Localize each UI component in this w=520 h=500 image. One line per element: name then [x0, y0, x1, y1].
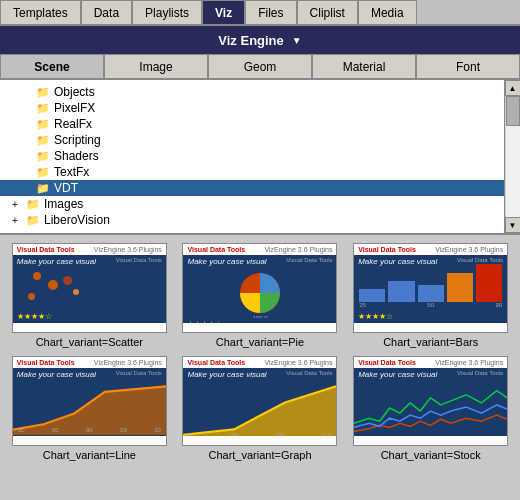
- thumb-subtitle: Visual Data Tools: [116, 257, 162, 266]
- tab-font[interactable]: Font: [416, 54, 520, 78]
- engine-name: VizEngine 3.6 Plugins: [94, 359, 162, 366]
- tab-image[interactable]: Image: [104, 54, 208, 78]
- tool-name: Visual Data Tools: [358, 359, 416, 366]
- tab-media[interactable]: Media: [358, 0, 417, 24]
- thumb-body-line: Make your case visual Visual Data Tools …: [13, 368, 166, 436]
- thumb-body-bars: Make your case visual Visual Data Tools: [354, 255, 507, 323]
- tab-scene[interactable]: Scene: [0, 54, 104, 78]
- stars: ★★★★☆: [13, 310, 166, 323]
- thumb-subtitle: Visual Data Tools: [286, 257, 332, 266]
- folder-icon: 📁: [36, 150, 50, 163]
- tab-cliplist[interactable]: Cliplist: [297, 0, 358, 24]
- stars: ★★★★☆: [13, 435, 166, 436]
- thumb-header-bars: Visual Data Tools VizEngine 3.6 Plugins: [354, 244, 507, 255]
- stars: ★★★★☆: [354, 310, 507, 323]
- thumb-title-row: Make your case visual Visual Data Tools: [13, 368, 166, 381]
- stars: ★★★★☆: [183, 318, 336, 323]
- tree-area[interactable]: 📁 Objects 📁 PixelFX 📁 RealFx 📁 Scripting: [0, 80, 504, 233]
- tree-item-images[interactable]: + 📁 Images: [0, 196, 504, 212]
- thumb-label-line: Chart_variant=Line: [43, 449, 136, 461]
- folder-icon: 📁: [36, 182, 50, 195]
- folder-icon: 📁: [36, 86, 50, 99]
- tab-material[interactable]: Material: [312, 54, 416, 78]
- tree-item-shaders[interactable]: 📁 Shaders: [0, 148, 504, 164]
- thumb-header-line: Visual Data Tools VizEngine 3.6 Plugins: [13, 357, 166, 368]
- thumb-stock[interactable]: Visual Data Tools VizEngine 3.6 Plugins …: [349, 356, 512, 461]
- thumb-title: Make your case visual: [187, 370, 266, 379]
- tree-item-vdt[interactable]: 📁 VDT: [0, 180, 504, 196]
- top-nav: Templates Data Playlists Viz Files Clipl…: [0, 0, 520, 26]
- thumb-label-pie: Chart_variant=Pie: [216, 336, 304, 348]
- folder-icon: 📁: [36, 166, 50, 179]
- engine-name: VizEngine 3.6 Plugins: [265, 246, 333, 253]
- expander-icon: +: [12, 199, 24, 210]
- tool-name: Visual Data Tools: [187, 359, 245, 366]
- tab-viz[interactable]: Viz: [202, 0, 245, 24]
- thumb-subtitle: Visual Data Tools: [116, 370, 162, 379]
- thumb-title: Make your case visual: [17, 257, 96, 266]
- folder-icon: 📁: [26, 214, 40, 227]
- thumb-scatter[interactable]: Visual Data Tools VizEngine 3.6 Plugins …: [8, 243, 171, 348]
- scroll-up-button[interactable]: ▲: [505, 80, 521, 96]
- pie-chart: 100.0: [235, 268, 285, 318]
- tree-item-objects[interactable]: 📁 Objects: [0, 84, 504, 100]
- thumb-graph[interactable]: Visual Data Tools VizEngine 3.6 Plugins …: [179, 356, 342, 461]
- thumb-card-graph[interactable]: Visual Data Tools VizEngine 3.6 Plugins …: [182, 356, 337, 446]
- tab-files[interactable]: Files: [245, 0, 296, 24]
- engine-name: VizEngine 3.6 Plugins: [435, 246, 503, 253]
- folder-icon: 📁: [36, 102, 50, 115]
- thumb-subtitle: Visual Data Tools: [286, 370, 332, 379]
- tab-playlists[interactable]: Playlists: [132, 0, 202, 24]
- thumb-card-line[interactable]: Visual Data Tools VizEngine 3.6 Plugins …: [12, 356, 167, 446]
- folder-icon: 📁: [36, 118, 50, 131]
- tool-name: Visual Data Tools: [17, 246, 75, 253]
- thumb-pie[interactable]: Visual Data Tools VizEngine 3.6 Plugins …: [179, 243, 342, 348]
- thumb-bars[interactable]: Visual Data Tools VizEngine 3.6 Plugins …: [349, 243, 512, 348]
- thumb-card-scatter[interactable]: Visual Data Tools VizEngine 3.6 Plugins …: [12, 243, 167, 333]
- thumb-header-scatter: Visual Data Tools VizEngine 3.6 Plugins: [13, 244, 166, 255]
- thumb-body-pie: Make your case visual Visual Data Tools …: [183, 255, 336, 323]
- tree-section: 📁 Objects 📁 PixelFX 📁 RealFx 📁 Scripting: [0, 80, 520, 235]
- folder-icon: 📁: [26, 198, 40, 211]
- thumb-title-row: Make your case visual Visual Data Tools: [354, 368, 507, 381]
- engine-label: Viz Engine: [218, 33, 284, 48]
- thumb-label-stock: Chart_variant=Stock: [381, 449, 481, 461]
- thumb-card-pie[interactable]: Visual Data Tools VizEngine 3.6 Plugins …: [182, 243, 337, 333]
- thumb-body-scatter: Make your case visual Visual Data Tools …: [13, 255, 166, 323]
- thumb-card-bars[interactable]: Visual Data Tools VizEngine 3.6 Plugins …: [353, 243, 508, 333]
- engine-bar[interactable]: Viz Engine ▼: [0, 26, 520, 54]
- second-nav: Scene Image Geom Material Font: [0, 54, 520, 80]
- tree-item-textfx[interactable]: 📁 TextFx: [0, 164, 504, 180]
- thumb-title: Make your case visual: [17, 370, 96, 379]
- thumb-label-graph: Chart_variant=Graph: [208, 449, 311, 461]
- engine-dropdown-arrow: ▼: [292, 35, 302, 46]
- thumb-header-stock: Visual Data Tools VizEngine 3.6 Plugins: [354, 357, 507, 368]
- thumb-body-stock: Make your case visual Visual Data Tools …: [354, 368, 507, 436]
- graph-chart: [183, 381, 336, 436]
- thumb-header-graph: Visual Data Tools VizEngine 3.6 Plugins: [183, 357, 336, 368]
- folder-icon: 📁: [36, 134, 50, 147]
- scroll-track[interactable]: [506, 96, 520, 217]
- tab-geom[interactable]: Geom: [208, 54, 312, 78]
- thumbnails-section: Visual Data Tools VizEngine 3.6 Plugins …: [0, 235, 520, 500]
- thumb-title-row: Make your case visual Visual Data Tools: [183, 255, 336, 268]
- tree-item-scripting[interactable]: 📁 Scripting: [0, 132, 504, 148]
- tool-name: Visual Data Tools: [17, 359, 75, 366]
- tree-item-liberovision[interactable]: + 📁 LiberoVision: [0, 212, 504, 228]
- engine-name: VizEngine 3.6 Plugins: [265, 359, 333, 366]
- thumb-title: Make your case visual: [187, 257, 266, 266]
- svg-text:100.0: 100.0: [252, 315, 268, 318]
- engine-name: VizEngine 3.6 Plugins: [94, 246, 162, 253]
- tab-templates[interactable]: Templates: [0, 0, 81, 24]
- scroll-down-button[interactable]: ▼: [505, 217, 521, 233]
- thumb-card-stock[interactable]: Visual Data Tools VizEngine 3.6 Plugins …: [353, 356, 508, 446]
- engine-name: VizEngine 3.6 Plugins: [435, 359, 503, 366]
- tree-scrollbar[interactable]: ▲ ▼: [504, 80, 520, 233]
- tree-item-realfx[interactable]: 📁 RealFx: [0, 116, 504, 132]
- expander-icon: +: [12, 215, 24, 226]
- tab-data[interactable]: Data: [81, 0, 132, 24]
- thumb-title-row: Make your case visual Visual Data Tools: [183, 368, 336, 381]
- thumb-line[interactable]: Visual Data Tools VizEngine 3.6 Plugins …: [8, 356, 171, 461]
- tree-item-pixelfx[interactable]: 📁 PixelFX: [0, 100, 504, 116]
- scroll-thumb[interactable]: [506, 96, 520, 126]
